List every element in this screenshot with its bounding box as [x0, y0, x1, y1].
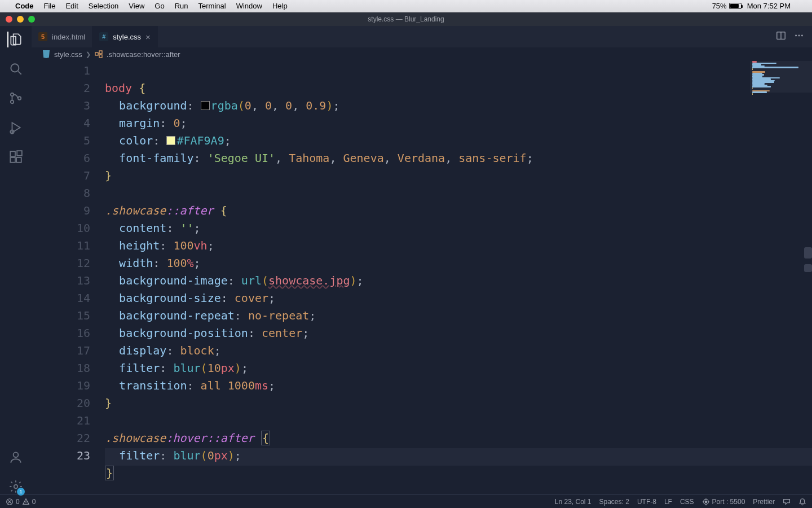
- code-line[interactable]: background-position: center;: [105, 325, 812, 342]
- indentation[interactable]: Spaces: 2: [599, 498, 629, 506]
- svg-point-8: [18, 97, 21, 99]
- code-line[interactable]: height: 100vh;: [105, 237, 812, 255]
- line-number: 18: [32, 360, 90, 377]
- menu-terminal[interactable]: Terminal: [193, 2, 231, 10]
- search-icon[interactable]: [8, 61, 24, 77]
- line-number: 13: [32, 272, 90, 290]
- symbol-class-icon: [94, 50, 103, 59]
- tab-index-html[interactable]: 5 index.html: [32, 26, 92, 47]
- explorer-icon[interactable]: [7, 32, 23, 47]
- line-number: 21: [32, 412, 90, 430]
- battery-indicator[interactable]: 75%: [712, 2, 742, 10]
- menu-help[interactable]: Help: [267, 2, 293, 10]
- code-line[interactable]: font-family: 'Segoe UI', Tahoma, Geneva,…: [105, 150, 812, 167]
- more-actions-icon[interactable]: [794, 30, 804, 43]
- chevron-right-icon: ❯: [86, 51, 91, 58]
- code-editor[interactable]: 1234567891011121314151617181920212223 bo…: [32, 61, 812, 494]
- code-line[interactable]: [105, 185, 812, 202]
- feedback-icon[interactable]: [783, 498, 791, 506]
- css-file-icon: #: [99, 32, 108, 41]
- status-bar: 0 0 Ln 23, Col 1 Spaces: 2 UTF-8 LF CSS …: [0, 494, 812, 508]
- code-line[interactable]: }: [105, 167, 812, 185]
- code-line[interactable]: filter: blur(0px);: [105, 447, 812, 465]
- code-area[interactable]: body { background: rgba(0, 0, 0, 0.9); m…: [105, 61, 812, 494]
- eol[interactable]: LF: [664, 498, 672, 506]
- formatter[interactable]: Prettier: [753, 498, 775, 506]
- svg-point-25: [705, 501, 707, 503]
- code-line[interactable]: transition: all 1000ms;: [105, 377, 812, 395]
- code-line[interactable]: filter: blur(10px);: [105, 360, 812, 377]
- extensions-icon[interactable]: [8, 149, 24, 165]
- encoding[interactable]: UTF-8: [637, 498, 656, 506]
- code-line[interactable]: display: block;: [105, 342, 812, 360]
- svg-point-19: [801, 35, 803, 37]
- cursor-position[interactable]: Ln 23, Col 1: [555, 498, 592, 506]
- line-number-gutter[interactable]: 1234567891011121314151617181920212223: [32, 61, 105, 494]
- line-number: 12: [32, 255, 90, 272]
- window-titlebar: style.css — Blur_Landing: [0, 12, 812, 26]
- line-number: 10: [32, 220, 90, 237]
- breadcrumb-symbol[interactable]: .showcase:hover::after: [107, 50, 180, 59]
- svg-rect-12: [16, 157, 21, 163]
- menu-run[interactable]: Run: [170, 2, 193, 10]
- code-line[interactable]: }: [105, 395, 812, 412]
- menu-file[interactable]: File: [39, 2, 61, 10]
- menu-view[interactable]: View: [123, 2, 149, 10]
- bell-icon[interactable]: [798, 498, 806, 506]
- svg-point-17: [795, 35, 797, 37]
- menu-selection[interactable]: Selection: [83, 2, 123, 10]
- breadcrumb-file[interactable]: style.css: [54, 50, 82, 59]
- svg-rect-11: [10, 157, 15, 163]
- code-line[interactable]: }: [105, 465, 812, 482]
- code-line[interactable]: background-repeat: no-repeat;: [105, 307, 812, 325]
- run-debug-icon[interactable]: [8, 120, 24, 135]
- code-line[interactable]: margin: 0;: [105, 115, 812, 132]
- problems-indicator[interactable]: 0 0: [6, 498, 36, 506]
- svg-point-7: [11, 100, 14, 103]
- breadcrumbs[interactable]: style.css ❯ .showcase:hover::after: [32, 47, 812, 61]
- menu-app[interactable]: Code: [10, 2, 39, 10]
- code-line[interactable]: .showcase:hover::after {: [105, 430, 812, 447]
- minimize-window-icon[interactable]: [17, 16, 24, 23]
- line-number: 3: [32, 97, 90, 115]
- line-number: 1: [32, 62, 90, 80]
- settings-icon[interactable]: 1: [8, 479, 24, 494]
- source-control-icon[interactable]: [8, 90, 24, 106]
- css-file-icon: [42, 50, 51, 59]
- tab-style-css[interactable]: # style.css ×: [92, 26, 158, 47]
- code-line[interactable]: background-size: cover;: [105, 290, 812, 307]
- live-server-port[interactable]: Port : 5500: [702, 498, 745, 506]
- tab-label: style.css: [113, 33, 141, 41]
- menu-edit[interactable]: Edit: [60, 2, 83, 10]
- code-line[interactable]: .showcase::after {: [105, 202, 812, 220]
- code-line[interactable]: content: '';: [105, 220, 812, 237]
- error-count: 0: [16, 498, 20, 506]
- line-number: 14: [32, 290, 90, 307]
- clock-text[interactable]: Mon 7:52 PM: [747, 2, 791, 10]
- tab-label: index.html: [52, 33, 85, 41]
- warning-count: 0: [32, 498, 36, 506]
- vscode-body: 1 5 index.html # style.css ×: [0, 26, 812, 494]
- code-line[interactable]: body {: [105, 80, 812, 97]
- svg-rect-13: [17, 151, 22, 156]
- code-line[interactable]: width: 100%;: [105, 255, 812, 272]
- code-line[interactable]: background: rgba(0, 0, 0, 0.9);: [105, 97, 812, 115]
- svg-rect-20: [95, 52, 98, 55]
- accounts-icon[interactable]: [8, 449, 24, 465]
- close-tab-icon[interactable]: ×: [145, 32, 151, 42]
- code-line[interactable]: color: #FAF9A9;: [105, 132, 812, 150]
- split-editor-icon[interactable]: [776, 30, 786, 43]
- menu-window[interactable]: Window: [231, 2, 267, 10]
- svg-point-18: [798, 35, 800, 37]
- code-line[interactable]: background-image: url(showcase.jpg);: [105, 272, 812, 290]
- language-mode[interactable]: CSS: [680, 498, 694, 506]
- line-number: 2: [32, 80, 90, 97]
- line-number: 6: [32, 150, 90, 167]
- svg-rect-21: [99, 51, 102, 54]
- close-window-icon[interactable]: [6, 16, 12, 23]
- fullscreen-window-icon[interactable]: [28, 16, 35, 23]
- code-line[interactable]: [105, 412, 812, 430]
- line-number: 7: [32, 167, 90, 185]
- menu-go[interactable]: Go: [149, 2, 169, 10]
- svg-point-14: [14, 452, 19, 457]
